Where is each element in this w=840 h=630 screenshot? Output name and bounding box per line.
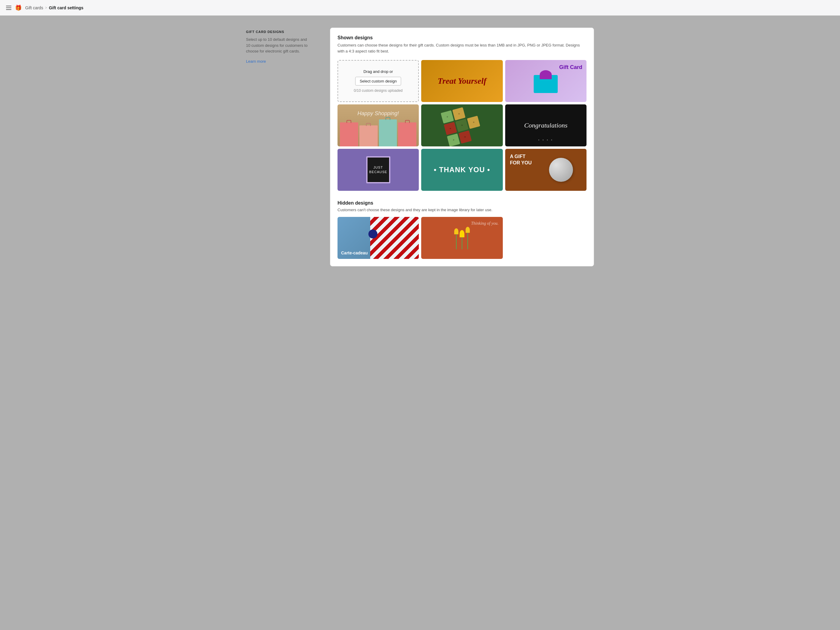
select-custom-design-button[interactable]: Select custom design [355,77,401,85]
tulip-2 [459,230,464,249]
shown-designs-grid: Drag and drop or Select custom design 0/… [338,60,586,191]
shown-designs-title: Shown designs [338,35,586,41]
tulip-stem-1 [456,234,456,249]
gift-for-you-text: A GIFTFOR YOU [510,153,532,166]
gift-cards-icon: 🎁 [15,5,22,11]
box-red [444,122,457,135]
bag-pink [340,122,358,147]
congratulations-text: Congratulations [524,122,567,129]
thinking-of-you-text: Thinking of you. [425,221,498,226]
drag-drop-text: Drag and drop or [363,69,393,74]
gift-card-label: Gift Card [559,64,582,71]
happy-shopping-text: Happy Shopping! [358,111,399,117]
bag-salmon [359,125,378,147]
design-card-gift-card[interactable]: Gift Card [505,60,586,102]
hidden-designs-grid: Carte-cadeau Thinking of you. [338,217,586,259]
gift-boxes-visual [441,104,483,147]
box-green-1 [441,111,454,123]
box-green-2 [447,134,460,147]
design-card-congratulations[interactable]: Congratulations [505,104,586,147]
ribbon-decoration [370,217,419,259]
tulip-head-1 [454,228,458,234]
thank-you-text: • THANK YOU • [434,166,490,174]
tulip-stem-2 [462,237,462,249]
just-because-board: JUSTBECAUSE [366,156,390,183]
sidebar: GIFT CARD DESIGNS Select up to 10 defaul… [246,28,312,267]
header: 🎁 Gift cards > Gift card settings [0,0,840,16]
main-card: Shown designs Customers can choose these… [330,28,594,267]
box-gold-1 [452,107,466,120]
hidden-designs-description: Customers can't choose these designs and… [338,208,586,212]
tulip-head-3 [466,227,470,233]
design-card-gift-for-you[interactable]: A GIFTFOR YOU [505,149,586,191]
just-because-text: JUSTBECAUSE [369,165,387,175]
tulip-head-2 [459,230,464,237]
bag-pink-2 [398,122,417,147]
breadcrumb-current-page: Gift card settings [49,5,84,10]
hidden-designs-title: Hidden designs [338,201,586,206]
silver-bow-shape [549,158,573,182]
silver-bow-visual [532,149,586,191]
design-card-thank-you[interactable]: • THANK YOU • [421,149,502,191]
sidebar-section-title: GIFT CARD DESIGNS [246,30,312,33]
shopping-bags-visual [338,119,419,147]
breadcrumb-separator: > [45,6,47,10]
learn-more-link[interactable]: Learn more [246,59,266,63]
box-red-2 [458,131,472,144]
tulip-stem-3 [467,233,468,249]
design-card-thinking-of-you[interactable]: Thinking of you. [421,217,502,259]
design-card-just-because[interactable]: JUSTBECAUSE [338,149,419,191]
tulip-1 [454,228,458,249]
main-layout: GIFT CARD DESIGNS Select up to 10 defaul… [228,16,612,278]
treat-yourself-text: Treat Yourself [438,76,486,86]
design-card-gift-boxes[interactable] [421,104,502,147]
design-card-happy-shopping[interactable]: Happy Shopping! [338,104,419,147]
ribbon-bow [368,229,377,238]
box-gold-2 [467,116,480,129]
sidebar-description: Select up to 10 default designs and 10 c… [246,36,312,54]
gift-box-visual [534,75,558,93]
carte-cadeau-text: Carte-cadeau [341,251,368,255]
hamburger-menu-button[interactable] [6,6,11,10]
upload-cell[interactable]: Drag and drop or Select custom design 0/… [338,60,419,102]
shown-designs-description: Customers can choose these designs for t… [338,42,586,54]
breadcrumb: Gift cards > Gift card settings [25,5,84,10]
tulip-3 [466,227,470,249]
design-card-treat-yourself[interactable]: Treat Yourself [421,60,502,102]
breadcrumb-gift-cards-link[interactable]: Gift cards [25,5,43,10]
bag-teal [379,119,397,147]
box-dark [455,119,469,132]
tulip-visual [454,227,470,249]
upload-count: 0/10 custom designs uploaded [354,88,403,93]
design-card-carte-cadeau[interactable]: Carte-cadeau [338,217,419,259]
